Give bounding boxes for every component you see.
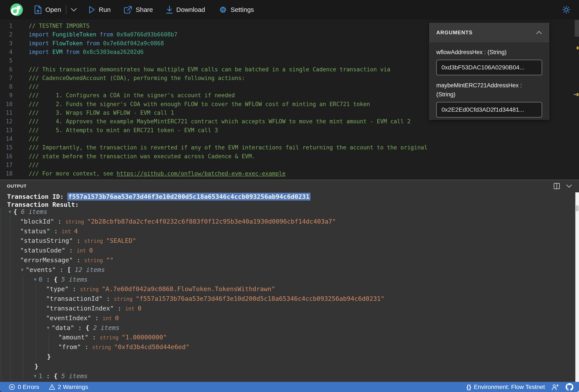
text-segment: "transactionIndex" bbox=[46, 305, 114, 312]
run-button[interactable]: Run bbox=[89, 6, 111, 14]
transaction-id-label: Transaction ID: bbox=[7, 193, 67, 200]
download-button[interactable]: Download bbox=[166, 6, 205, 14]
output-panel: OUTPUT Transaction ID: f557a1573b76aa53e… bbox=[0, 180, 579, 392]
toolbar: Open Run Share Download bbox=[0, 0, 579, 19]
expand-toggle[interactable]: ▼ bbox=[21, 267, 23, 272]
line-number: 14 bbox=[0, 135, 12, 143]
open-button[interactable]: Open bbox=[35, 5, 61, 14]
warning-marker bbox=[577, 47, 579, 49]
environment-status[interactable]: {} Environment: Flow Testnet bbox=[467, 384, 545, 391]
text-segment: int bbox=[77, 248, 89, 254]
code-line: 18/// For more context, see https://gith… bbox=[0, 169, 574, 178]
expand-toggle[interactable]: ▼ bbox=[34, 373, 36, 379]
text-segment: from bbox=[86, 40, 103, 47]
json-row: "status" : int 4 bbox=[20, 226, 78, 236]
flow-runner-app: Open Run Share Download bbox=[0, 0, 579, 392]
line-number: 4 bbox=[0, 48, 12, 56]
line-number: 1 bbox=[0, 22, 12, 30]
text-segment: [ bbox=[67, 266, 75, 274]
settings-label: Settings bbox=[230, 6, 254, 13]
line-number: 7 bbox=[0, 74, 12, 82]
text-segment: "" bbox=[106, 256, 114, 264]
json-row: "transactionIndex" : int 0 bbox=[46, 304, 142, 313]
open-dropdown-chevron-icon[interactable] bbox=[71, 8, 77, 12]
scroll-position-marker bbox=[574, 94, 578, 95]
text-segment: : bbox=[88, 334, 100, 341]
json-row: ▼{ 6 items bbox=[9, 207, 47, 217]
output-scrollbar-thumb[interactable] bbox=[576, 205, 579, 211]
line-number: 16 bbox=[0, 152, 12, 161]
chevron-up-icon[interactable] bbox=[536, 31, 542, 35]
wflow-address-input[interactable] bbox=[436, 60, 542, 75]
text-segment: import bbox=[29, 49, 53, 55]
code-line: 16/// state before the transaction was e… bbox=[0, 152, 574, 161]
line-number: 13 bbox=[0, 126, 12, 135]
indent-guide bbox=[23, 275, 23, 380]
text-segment: : bbox=[54, 218, 65, 225]
text-segment: 5 items bbox=[61, 276, 88, 283]
line-number: 10 bbox=[0, 100, 12, 109]
errors-status[interactable]: 0 Errors bbox=[9, 384, 39, 391]
maybe-mint-address-label: maybeMintERC721AddressHex : (String) bbox=[436, 81, 538, 99]
text-segment: { bbox=[54, 372, 61, 380]
text-segment: /// bbox=[29, 136, 39, 142]
json-row: "statusString" : string "SEALED" bbox=[20, 236, 136, 245]
wflow-address-label: wflowAddressHex : (String) bbox=[436, 48, 538, 57]
json-row: "errorMessage" : string "" bbox=[20, 255, 114, 265]
maybe-mint-address-input[interactable] bbox=[436, 102, 542, 117]
arguments-panel-header[interactable]: ARGUMENTS bbox=[430, 23, 549, 42]
error-circle-icon bbox=[9, 384, 15, 390]
text-segment: int bbox=[125, 306, 138, 312]
text-segment: : bbox=[50, 227, 62, 235]
settings-button[interactable]: Settings bbox=[219, 6, 254, 14]
warnings-status[interactable]: 2 Warnings bbox=[49, 384, 88, 391]
code-link[interactable]: https://github.com/onflow/batched-evm-ex… bbox=[117, 170, 286, 177]
split-panel-icon[interactable] bbox=[554, 183, 560, 189]
text-segment: "status" bbox=[20, 227, 50, 235]
text-segment: : bbox=[56, 266, 67, 274]
download-label: Download bbox=[176, 6, 205, 13]
text-segment: { bbox=[85, 324, 93, 332]
line-number: 9 bbox=[0, 91, 12, 100]
text-segment: /// Importantly, the transaction is reve… bbox=[29, 144, 428, 151]
feedback-person-icon[interactable] bbox=[551, 383, 559, 391]
text-segment: /// 2. Funds the signer's COA with enoug… bbox=[29, 101, 370, 107]
arguments-panel: ARGUMENTS wflowAddressHex : (String) may… bbox=[429, 23, 549, 120]
json-row: "amount" : string "1.00000000" bbox=[58, 333, 167, 342]
text-segment: : bbox=[66, 247, 77, 254]
text-segment: FlowToken bbox=[53, 40, 86, 47]
json-row: } bbox=[35, 362, 38, 371]
text-segment: "statusString" bbox=[20, 237, 73, 244]
text-segment: "from" bbox=[58, 343, 81, 351]
text-segment: { bbox=[13, 208, 21, 215]
text-segment: "statusCode" bbox=[20, 247, 66, 254]
json-row: ▼1 : { 5 items bbox=[34, 371, 88, 381]
text-segment: int bbox=[103, 315, 115, 322]
text-segment: /// CadenceOwnedAccount (COA), performin… bbox=[29, 75, 245, 81]
json-row: ▼"data" : { 2 items bbox=[47, 323, 119, 333]
collapse-output-chevron-icon[interactable] bbox=[566, 184, 572, 188]
code-line: 13/// 5. Attempts to mint an ERC721 toke… bbox=[0, 126, 574, 135]
text-segment: : bbox=[73, 256, 84, 264]
github-icon[interactable] bbox=[566, 383, 573, 391]
line-number: 11 bbox=[0, 109, 12, 117]
arguments-panel-body: wflowAddressHex : (String) maybeMintERC7… bbox=[430, 42, 549, 117]
output-header: OUTPUT bbox=[0, 180, 579, 192]
share-button[interactable]: Share bbox=[124, 6, 153, 14]
line-number: 5 bbox=[0, 56, 12, 65]
theme-sun-icon[interactable] bbox=[562, 5, 571, 14]
text-segment: 0x9a0766d93b6608b7 bbox=[117, 31, 177, 38]
output-scrollbar-track[interactable] bbox=[575, 192, 579, 392]
line-number: 12 bbox=[0, 117, 12, 126]
text-segment: "data" bbox=[52, 324, 74, 332]
text-segment: 4 bbox=[74, 227, 78, 235]
expand-toggle[interactable]: ▼ bbox=[9, 209, 11, 214]
text-segment: "events" bbox=[26, 266, 56, 274]
open-file-icon bbox=[35, 5, 42, 14]
text-segment: string bbox=[84, 257, 106, 264]
text-segment: : bbox=[73, 237, 84, 244]
expand-toggle[interactable]: ▼ bbox=[47, 325, 49, 330]
expand-toggle[interactable]: ▼ bbox=[34, 277, 36, 282]
editor-scrollbar[interactable] bbox=[575, 20, 579, 37]
gear-icon bbox=[219, 6, 227, 14]
